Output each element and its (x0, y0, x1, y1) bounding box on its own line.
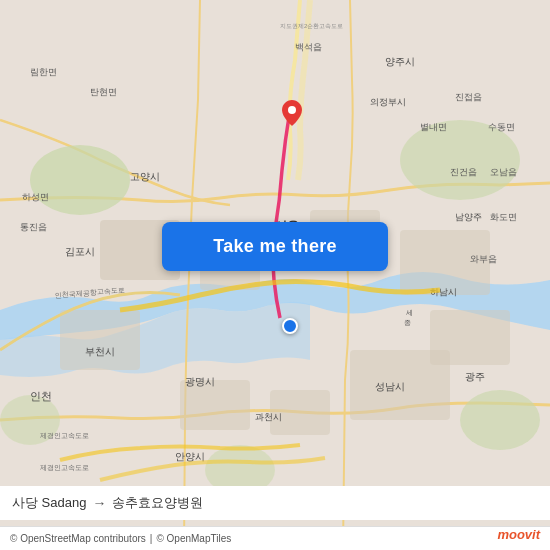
separator: | (150, 533, 153, 544)
svg-point-10 (30, 145, 130, 215)
svg-text:인천: 인천 (30, 390, 52, 402)
svg-text:진건읍: 진건읍 (450, 167, 477, 177)
svg-point-12 (460, 390, 540, 450)
svg-text:고양시: 고양시 (130, 171, 160, 182)
svg-text:통진읍: 통진읍 (20, 222, 47, 232)
svg-text:제경인고속도로: 제경인고속도로 (40, 464, 89, 472)
svg-text:지도권제2순환고속도로: 지도권제2순환고속도로 (280, 23, 343, 29)
route-arrow-icon: → (92, 495, 106, 511)
svg-rect-8 (180, 380, 250, 430)
attribution-bar: © OpenStreetMap contributors | © OpenMap… (0, 526, 550, 550)
svg-text:탄현면: 탄현면 (90, 87, 117, 97)
tiles-text: © OpenMapTiles (156, 533, 231, 544)
take-me-there-button[interactable]: Take me there (162, 222, 388, 271)
moovit-logo: moovit (497, 527, 540, 542)
svg-text:림한면: 림한면 (30, 67, 57, 77)
svg-text:종: 종 (404, 319, 411, 326)
svg-text:진접읍: 진접읍 (455, 92, 482, 102)
route-info-bar: 사당 Sadang → 송추효요양병원 (0, 486, 550, 520)
svg-text:백석읍: 백석읍 (295, 42, 322, 52)
current-location-dot (282, 318, 298, 334)
svg-text:부천시: 부천시 (85, 346, 115, 357)
take-me-there-label: Take me there (213, 236, 337, 257)
map-container: 림한면 탄현면 백석읍 양주시 의정부시 별내면 진접읍 수동면 하성면 통진읍… (0, 0, 550, 550)
destination-pin (282, 100, 302, 126)
svg-text:하성면: 하성면 (22, 192, 49, 202)
map-background: 림한면 탄현면 백석읍 양주시 의정부시 별내면 진접읍 수동면 하성면 통진읍… (0, 0, 550, 550)
destination-label: 송추효요양병원 (112, 494, 203, 512)
svg-text:와부읍: 와부읍 (470, 254, 497, 264)
svg-text:의정부시: 의정부시 (370, 97, 406, 107)
origin-label: 사당 Sadang (12, 494, 86, 512)
svg-rect-7 (430, 310, 510, 365)
svg-rect-5 (60, 310, 140, 370)
svg-text:남양주: 남양주 (455, 212, 482, 222)
svg-point-48 (288, 106, 296, 114)
svg-text:성남시: 성남시 (375, 381, 405, 392)
svg-text:제경인고속도로: 제경인고속도로 (40, 432, 89, 440)
svg-text:광명시: 광명시 (185, 376, 215, 387)
osm-attribution: © OpenStreetMap contributors | © OpenMap… (10, 533, 231, 544)
svg-text:광주: 광주 (465, 371, 485, 382)
svg-text:화도면: 화도면 (490, 212, 517, 222)
svg-text:오남읍: 오남읍 (490, 167, 517, 177)
svg-point-11 (400, 120, 520, 200)
svg-text:양주시: 양주시 (385, 56, 415, 67)
svg-text:김포시: 김포시 (65, 246, 95, 257)
svg-text:별내면: 별내면 (420, 122, 447, 132)
svg-text:과천시: 과천시 (255, 412, 282, 422)
osm-text: © OpenStreetMap contributors (10, 533, 146, 544)
svg-text:세: 세 (406, 309, 413, 316)
svg-text:수동면: 수동면 (488, 122, 515, 132)
